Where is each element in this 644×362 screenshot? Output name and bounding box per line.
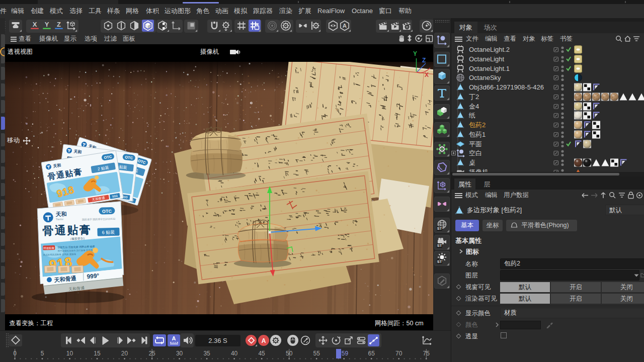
current-time-field[interactable]: 2.36 S [195, 335, 240, 346]
effector-generator-button[interactable] [434, 142, 450, 157]
isolate-view-button[interactable] [327, 20, 339, 32]
menu-角色[interactable]: 角色 [196, 4, 209, 18]
viewport-menu-过滤[interactable]: 过滤 [104, 33, 117, 44]
set-keyframe-button[interactable] [9, 334, 22, 346]
color-swatch[interactable] [500, 321, 541, 329]
viewport-menu-查看[interactable]: 查看 [19, 33, 31, 44]
timeline-ruler[interactable]: 051015202530354045505565707559 [0, 349, 451, 362]
next-key-button[interactable] [126, 334, 137, 346]
object-row-OctaneLight.2[interactable]: OctaneLight.2 [451, 45, 644, 54]
anim-diamond[interactable] [456, 285, 461, 290]
go-to-end-button[interactable] [138, 334, 149, 346]
xray-checkbox[interactable] [501, 332, 507, 338]
menu-file[interactable]: 件 [0, 4, 7, 18]
anim-diamond[interactable] [456, 311, 461, 316]
go-to-start-button[interactable] [64, 334, 75, 346]
object-row-平面[interactable]: 平面 [451, 139, 644, 149]
viewport-menu-摄像机[interactable]: 摄像机 [39, 33, 58, 44]
am-menu-编辑[interactable]: 编辑 [485, 190, 498, 201]
menu-运动图形[interactable]: 运动图形 [165, 4, 191, 18]
seg-viewport_visibility_label-开启[interactable]: 开启 [551, 282, 601, 292]
camera-menu-label[interactable]: 摄像机 [200, 48, 219, 56]
om-hscrollbar[interactable] [451, 172, 644, 176]
seg-render_visibility_label-关闭[interactable]: 关闭 [602, 294, 644, 304]
auto-mode-button[interactable]: A [339, 20, 351, 32]
seg-viewport_visibility_label-默认[interactable]: 默认 [500, 282, 550, 292]
display-color-dropdown[interactable]: 材质 [500, 308, 644, 318]
rotate-enable-button[interactable] [331, 334, 342, 346]
om-search-home-filter-icons[interactable] [614, 33, 642, 44]
viewport-solo-button[interactable] [10, 20, 22, 32]
record-keyframe-button[interactable] [246, 335, 257, 346]
om-menu-文件[interactable]: 文件 [466, 33, 478, 44]
tab-layers[interactable]: 层 [479, 178, 495, 190]
anim-diamond[interactable] [456, 334, 461, 339]
menu-编辑[interactable]: 编辑 [11, 4, 24, 18]
menu-体积[interactable]: 体积 [146, 4, 159, 18]
viewport-menu-面板[interactable]: 面板 [123, 33, 135, 44]
autokey-button[interactable]: A [258, 335, 269, 346]
pan-view-icon[interactable] [399, 36, 405, 42]
anim-diamond[interactable] [456, 322, 461, 327]
move-enable-button[interactable] [317, 334, 329, 346]
dolly-view-icon[interactable] [408, 35, 412, 42]
polygons-mode-button[interactable] [128, 20, 140, 32]
menu-渲染[interactable]: 渲染 [279, 4, 292, 18]
seg-render_visibility_label-默认[interactable]: 默认 [500, 294, 550, 304]
menu-Octane[interactable]: Octane [352, 4, 373, 18]
am-menu-用户数据[interactable]: 用户数据 [504, 190, 529, 201]
om-menu-书签[interactable]: 书签 [560, 33, 573, 44]
loop-playback-button[interactable] [153, 334, 166, 346]
tab-attributes[interactable]: 属性 [454, 178, 475, 190]
selection-filter-button[interactable] [300, 335, 311, 346]
tab-takes[interactable]: 场次 [480, 22, 501, 33]
material-hex-button[interactable] [434, 274, 450, 289]
maximize-view-icon[interactable] [426, 36, 433, 42]
render-view-button[interactable] [377, 20, 389, 32]
solo-off-button[interactable] [287, 335, 298, 346]
symmetry-settings-button[interactable] [308, 20, 320, 32]
group-title[interactable]: 图标 [466, 247, 479, 256]
axis-lock-z-button[interactable]: Z [53, 20, 65, 32]
octane-dialog-button[interactable] [421, 20, 433, 32]
menu-选择[interactable]: 选择 [69, 4, 83, 18]
object-row-丁2[interactable]: 丁2 [451, 92, 644, 102]
om-menu-对象[interactable]: 对象 [523, 33, 535, 44]
standing-box[interactable]: 天和TianheOTC国药准字 国药准字Z11020632骨通贴膏（橡胶膏剂）6… [37, 201, 124, 294]
menu-跟踪器[interactable]: 跟踪器 [253, 4, 273, 18]
spline-pen-button[interactable] [434, 33, 450, 48]
seg-viewport_visibility_label-关闭[interactable]: 关闭 [602, 282, 644, 292]
object-row-Obj3d66-12971908-5-426[interactable]: Obj3d66-12971908-5-426 [451, 82, 644, 92]
object-row-包药2[interactable]: 包药2 [451, 120, 644, 130]
previous-key-button[interactable] [75, 334, 87, 346]
menu-帮助[interactable]: 帮助 [398, 4, 412, 18]
axis-lock-x-button[interactable]: X [29, 20, 41, 32]
object-row-纸[interactable]: 纸 [451, 111, 644, 120]
om-menu-查看[interactable]: 查看 [504, 33, 516, 44]
subdivision-surface-button[interactable] [434, 104, 450, 119]
scale-enable-button[interactable] [343, 334, 354, 346]
preset-dropdown[interactable]: 默认 [605, 205, 644, 215]
object-row-包药1[interactable]: 包药1 [451, 130, 644, 139]
viewport-menu-显示[interactable]: 显示 [64, 33, 76, 44]
om-hscroll-thumb[interactable] [452, 173, 619, 175]
texture-mode-button[interactable] [157, 20, 169, 32]
modeling-settings-button[interactable] [220, 20, 232, 32]
object-row-摄像机[interactable]: 摄像机 [451, 167, 644, 172]
workplane-button[interactable] [185, 20, 197, 32]
object-row-桌[interactable]: 桌 [451, 158, 644, 167]
om-menu-编辑[interactable]: 编辑 [485, 33, 498, 44]
viewport-menu-选项[interactable]: 选项 [85, 33, 97, 44]
menu-创建[interactable]: 创建 [31, 4, 44, 18]
menu-RealFlow[interactable]: RealFlow [317, 4, 345, 18]
points-mode-button[interactable] [102, 20, 114, 32]
chip-基本[interactable]: 基本 [455, 220, 479, 231]
ring-deformer-button[interactable] [434, 160, 450, 175]
next-frame-button[interactable] [114, 334, 125, 346]
menu-窗口[interactable]: 窗口 [379, 4, 392, 18]
render-settings-button[interactable] [400, 20, 413, 32]
menu-扩展[interactable]: 扩展 [298, 4, 311, 18]
tweak-mode-button[interactable] [280, 20, 292, 32]
sound-button[interactable] [182, 334, 193, 346]
chip-坐标[interactable]: 坐标 [482, 220, 503, 231]
